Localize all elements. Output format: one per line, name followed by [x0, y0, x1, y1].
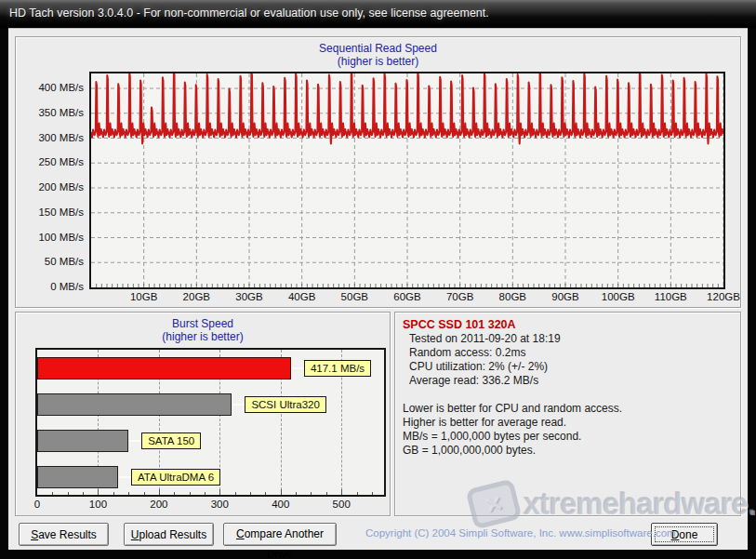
- info-note-1: Lower is better for CPU and random acces…: [403, 402, 733, 416]
- bar-label-connector: [129, 440, 141, 442]
- burst-axis-tick: [98, 489, 99, 495]
- burst-x-axis-labels: 0100200300400500: [35, 499, 386, 512]
- seq-x-tick-label: 80GB: [490, 291, 535, 302]
- burst-bar-scsi-ultra320: [37, 393, 232, 416]
- info-tested-on: Tested on 2011-09-20 at 18:19: [403, 332, 733, 346]
- seq-x-tick-label: 100GB: [596, 291, 641, 302]
- seq-y-tick-label: 350 MB/s: [18, 107, 84, 119]
- burst-x-tick-label: 300: [203, 499, 236, 510]
- burst-x-tick-label: 0: [20, 499, 54, 510]
- burst-axis-tick: [341, 489, 342, 495]
- bar-label-connector: [119, 476, 131, 478]
- seq-x-tick-label: 110GB: [648, 291, 693, 302]
- seq-plot-area: [89, 72, 725, 289]
- burst-x-tick-label: 500: [325, 499, 358, 510]
- info-note-3: MB/s = 1,000,000 bytes per second.: [403, 430, 733, 444]
- upload-label: pload Results: [139, 528, 206, 541]
- seq-y-tick-label: 100 MB/s: [18, 232, 84, 244]
- burst-chart-title: Burst Speed: [16, 317, 390, 330]
- burst-axis-tick: [113, 492, 114, 495]
- burst-axis-tick: [68, 492, 69, 495]
- burst-axis-tick: [159, 489, 160, 495]
- seq-y-tick-label: 150 MB/s: [18, 206, 84, 219]
- burst-axis-tick: [83, 492, 84, 495]
- burst-axis-tick: [311, 492, 312, 495]
- seq-x-tick-label: 70GB: [438, 291, 483, 302]
- burst-axis-tick: [205, 492, 206, 495]
- seq-chart-subtitle: (higher is better): [16, 55, 740, 68]
- upload-results-button[interactable]: Upload Results: [124, 523, 214, 546]
- burst-x-tick-label: 400: [264, 499, 298, 510]
- burst-axis-tick: [372, 492, 373, 495]
- burst-bar-label: 417.1 MB/s: [304, 360, 371, 377]
- burst-bar-label: SATA 150: [141, 433, 201, 449]
- save-results-button[interactable]: Save Results: [19, 523, 109, 546]
- burst-axis-tick: [219, 489, 220, 495]
- burst-axis-tick: [174, 492, 175, 495]
- burst-axis-tick: [357, 492, 358, 495]
- bar-label-connector: [232, 404, 245, 406]
- copyright-text: Copyright (C) 2004 Simpli Software, Inc.…: [365, 527, 676, 539]
- title-bar[interactable]: HD Tach version 3.0.4.0 - For non-commer…: [0, 0, 756, 28]
- seq-x-tick-label: 50GB: [332, 291, 377, 302]
- seq-y-tick-label: 300 MB/s: [18, 132, 84, 144]
- seq-x-tick-label: 120GB: [701, 291, 746, 302]
- burst-axis-tick: [190, 492, 191, 495]
- done-label: one: [679, 528, 697, 541]
- burst-axis-tick: [296, 492, 297, 495]
- compare-another-drive-button[interactable]: Compare Another Drive: [223, 523, 337, 546]
- burst-axis-tick: [144, 492, 145, 495]
- burst-plot-area: 417.1 MB/sSCSI Ultra320SATA 150ATA Ultra…: [35, 348, 386, 497]
- seq-x-tick-label: 90GB: [543, 291, 588, 302]
- burst-axis-tick: [265, 492, 266, 495]
- save-label: ave Results: [38, 528, 97, 541]
- seq-x-tick-label: 20GB: [174, 291, 219, 302]
- compare-label: ompare Another Drive: [245, 527, 324, 559]
- drive-name: SPCC SSD 101 320A: [403, 318, 733, 332]
- burst-bar-label: ATA UltraDMA 6: [131, 469, 220, 486]
- app-window: HD Tach version 3.0.4.0 - For non-commer…: [0, 0, 756, 559]
- burst-speed-panel: Burst Speed (higher is better) 417.1 MB/…: [15, 312, 391, 516]
- seq-line-chart: [91, 73, 723, 287]
- burst-axis-tick: [326, 492, 327, 495]
- seq-x-tick-label: 60GB: [385, 291, 430, 302]
- client-area: Sequential Read Speed (higher is better)…: [8, 28, 748, 550]
- info-average-read: Average read: 336.2 MB/s: [403, 374, 733, 388]
- info-spacer: [403, 388, 733, 402]
- bar-label-connector: [292, 367, 304, 369]
- info-random-access: Random access: 0.2ms: [403, 346, 733, 360]
- seq-x-tick-label: 10GB: [122, 291, 166, 302]
- seq-y-tick-label: 50 MB/s: [18, 256, 84, 268]
- save-mnemonic: S: [31, 528, 38, 541]
- sequential-read-panel: Sequential Read Speed (higher is better)…: [15, 36, 741, 308]
- seq-y-tick-label: 400 MB/s: [18, 82, 84, 94]
- seq-x-axis-labels: 10GB20GB30GB40GB50GB60GB70GB80GB90GB100G…: [89, 291, 725, 304]
- seq-y-tick-label: 250 MB/s: [18, 156, 84, 168]
- burst-axis-tick: [235, 492, 236, 495]
- burst-bar-tested-drive: [37, 357, 291, 379]
- info-cpu-utilization: CPU utilization: 2% (+/- 2%): [403, 360, 733, 374]
- burst-x-tick-label: 100: [81, 499, 114, 510]
- drive-info-panel: SPCC SSD 101 320A Tested on 2011-09-20 a…: [394, 312, 741, 516]
- compare-mnemonic: C: [236, 527, 245, 540]
- burst-chart-subtitle: (higher is better): [16, 330, 390, 343]
- drive-info-text: SPCC SSD 101 320A Tested on 2011-09-20 a…: [403, 318, 733, 510]
- info-note-2: Higher is better for average read.: [403, 416, 733, 430]
- seq-y-tick-label: 0 MB/s: [18, 281, 84, 293]
- window-title: HD Tach version 3.0.4.0 - For non-commer…: [9, 7, 489, 20]
- burst-axis-tick: [128, 492, 129, 495]
- burst-bar-label: SCSI Ultra320: [245, 396, 326, 413]
- burst-x-tick-label: 200: [142, 499, 176, 510]
- seq-chart-title: Sequential Read Speed: [16, 42, 740, 55]
- burst-axis-tick: [52, 492, 53, 495]
- seq-x-tick-label: 30GB: [227, 291, 272, 302]
- burst-bar-ata-ultradma-6: [37, 466, 118, 488]
- burst-bar-sata-150: [37, 430, 128, 452]
- burst-axis-tick: [281, 489, 282, 495]
- seq-y-axis-labels: 0 MB/s50 MB/s100 MB/s150 MB/s200 MB/s250…: [18, 72, 84, 289]
- info-note-4: GB = 1,000,000,000 bytes.: [403, 444, 733, 458]
- seq-x-tick-label: 40GB: [280, 291, 325, 302]
- seq-y-tick-label: 200 MB/s: [18, 181, 84, 193]
- burst-axis-tick: [250, 492, 251, 495]
